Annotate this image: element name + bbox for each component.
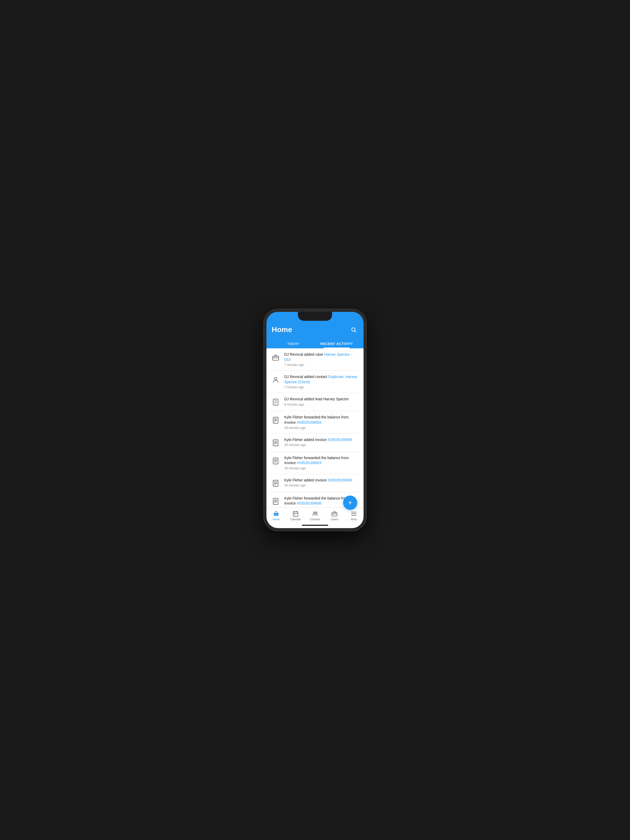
activity-text: DJ Revocal added case Harvey Spectre – D… xyxy=(284,352,359,362)
invoice-icon xyxy=(271,496,281,506)
activity-time: 7 minutes ago xyxy=(284,363,359,367)
svg-rect-51 xyxy=(332,513,337,516)
activity-text: DJ Revocal added lead Harvey Spectre xyxy=(284,396,359,402)
activity-time: 39 minutes ago xyxy=(284,466,359,470)
case-link[interactable]: Harvey Spectre – DUI xyxy=(284,352,352,362)
list-item[interactable]: Kyle Fleher added invoice #33535169090 3… xyxy=(267,434,363,452)
nav-contacts-label: Contacts xyxy=(310,518,320,521)
activity-content: Kyle Fleher added invoice #33535169089 3… xyxy=(284,478,359,488)
activity-text: Kyle Fleher added invoice #33535169089 xyxy=(284,478,359,483)
nav-more[interactable]: More xyxy=(344,510,363,521)
svg-rect-29 xyxy=(273,498,278,504)
list-item[interactable]: Kyle Fleher forwarded the balance from i… xyxy=(267,452,363,474)
home-icon xyxy=(273,510,279,517)
svg-point-4 xyxy=(274,377,277,380)
svg-line-1 xyxy=(355,331,356,332)
activity-content: DJ Revocal added lead Harvey Spectre 8 m… xyxy=(284,396,359,406)
activity-content: DJ Revocal added case Harvey Spectre – D… xyxy=(284,352,359,367)
notch xyxy=(298,312,332,321)
tab-today[interactable]: TODAY xyxy=(272,339,315,348)
phone-screen: Home TODAY RECENT ACTIVITY xyxy=(267,312,363,528)
svg-rect-48 xyxy=(294,514,295,515)
invoice-link[interactable]: #33535169003 xyxy=(297,461,321,465)
briefcase-icon xyxy=(271,352,281,363)
invoice-icon xyxy=(271,415,281,425)
activity-time: 7 minutes ago xyxy=(284,385,359,389)
invoice-icon xyxy=(271,438,281,448)
person-icon xyxy=(271,375,281,385)
home-indicator xyxy=(267,523,363,528)
activity-text: DJ Revocal added contact Duplicate: Harv… xyxy=(284,374,359,385)
activity-time: 39 minutes ago xyxy=(284,426,359,430)
list-item[interactable]: DJ Revocal added contact Duplicate: Harv… xyxy=(267,371,363,393)
activity-time: 39 minutes ago xyxy=(284,483,359,487)
list-item[interactable]: Kyle Fleher forwarded the balance from i… xyxy=(267,411,363,433)
list-item[interactable]: Kyle Fleher added invoice #33535169089 3… xyxy=(267,474,363,492)
svg-rect-19 xyxy=(273,458,278,464)
svg-rect-9 xyxy=(273,417,278,423)
nav-contacts[interactable]: Contacts xyxy=(305,510,325,521)
nav-calendar[interactable]: Calendar xyxy=(286,510,305,521)
contact-link[interactable]: Duplicate: Harvey Spectre (Client) xyxy=(284,374,357,384)
svg-point-49 xyxy=(313,512,315,513)
cases-icon xyxy=(331,510,338,517)
invoice-link[interactable]: #33535169004 xyxy=(297,420,321,425)
list-item[interactable]: DJ Revocal added case Harvey Spectre – D… xyxy=(267,348,363,371)
nav-home-label: Home xyxy=(273,518,280,521)
search-button[interactable] xyxy=(349,325,358,335)
calendar-icon xyxy=(292,510,299,517)
svg-rect-44 xyxy=(293,512,298,516)
invoice-icon xyxy=(271,478,281,488)
document-icon xyxy=(271,397,281,407)
activity-content: Kyle Fleher forwarded the balance from i… xyxy=(284,415,359,429)
list-item[interactable]: DJ Revocal added lead Harvey Spectre 8 m… xyxy=(267,393,363,411)
invoice-link[interactable]: #33535169090 xyxy=(328,437,352,442)
tabs: TODAY RECENT ACTIVITY xyxy=(272,339,358,348)
invoice-link[interactable]: #33535169008 xyxy=(297,501,321,505)
activity-time: 8 minutes ago xyxy=(284,403,359,406)
add-fab-button[interactable]: + xyxy=(343,496,357,510)
activity-text: Kyle Fleher forwarded the balance from i… xyxy=(284,415,359,425)
tab-recent-activity[interactable]: RECENT ACTIVITY xyxy=(315,339,358,348)
home-indicator-bar xyxy=(302,525,328,526)
svg-rect-14 xyxy=(273,440,278,446)
nav-cases-label: Cases xyxy=(331,518,338,521)
svg-rect-24 xyxy=(273,480,278,486)
more-icon xyxy=(351,510,357,517)
invoice-icon xyxy=(271,456,281,466)
activity-list[interactable]: DJ Revocal added case Harvey Spectre – D… xyxy=(267,348,363,507)
activity-time: 39 minutes ago xyxy=(284,443,359,447)
nav-home[interactable]: Home xyxy=(267,510,286,521)
activity-text: Kyle Fleher forwarded the balance from i… xyxy=(284,455,359,466)
phone-frame: Home TODAY RECENT ACTIVITY xyxy=(264,309,366,531)
contacts-icon xyxy=(312,510,318,517)
activity-content: Kyle Fleher added invoice #33535169090 3… xyxy=(284,437,359,447)
activity-content: Kyle Fleher forwarded the balance from i… xyxy=(284,455,359,470)
nav-cases[interactable]: Cases xyxy=(325,510,344,521)
svg-point-50 xyxy=(316,512,317,513)
invoice-link[interactable]: #33535169089 xyxy=(328,478,352,482)
activity-content: DJ Revocal added contact Duplicate: Harv… xyxy=(284,374,359,389)
nav-more-label: More xyxy=(351,518,357,521)
nav-calendar-label: Calendar xyxy=(291,518,301,521)
svg-rect-2 xyxy=(273,356,278,360)
activity-text: Kyle Fleher added invoice #33535169090 xyxy=(284,437,359,442)
page-title: Home xyxy=(272,325,292,334)
